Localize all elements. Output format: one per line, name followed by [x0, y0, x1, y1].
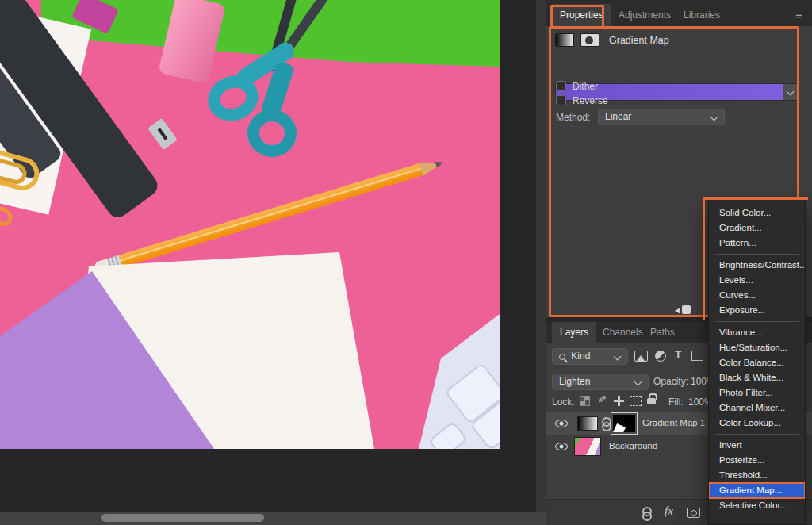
photo-paperclip-small	[0, 204, 16, 230]
canvas-image	[0, 0, 500, 449]
lock-artboard-icon[interactable]	[630, 396, 642, 406]
annotation-menu-left-edge	[703, 197, 705, 320]
menu-item-color-balance[interactable]: Color Balance...	[709, 355, 805, 370]
layer-mask-icon	[580, 33, 599, 47]
tab-paths[interactable]: Paths	[642, 322, 683, 343]
link-layers-icon[interactable]	[642, 507, 649, 519]
visibility-eye-icon[interactable]	[555, 443, 568, 450]
method-value: Linear	[605, 111, 631, 122]
layer-effects-icon[interactable]: fx	[665, 504, 673, 518]
lock-label: Lock:	[552, 397, 575, 408]
clip-to-layer-icon[interactable]	[675, 305, 691, 315]
layer-filter-kind-select[interactable]: Kind	[552, 348, 628, 365]
menu-item-exposure[interactable]: Exposure...	[709, 303, 805, 318]
adjustment-title: Gradient Map	[609, 35, 669, 46]
canvas-vertical-scroll-track[interactable]	[536, 0, 546, 512]
menu-item-posterize[interactable]: Posterize...	[709, 453, 805, 468]
visibility-eye-icon[interactable]	[555, 420, 568, 427]
app-window: Properties Adjustments Libraries ≡ Gradi…	[0, 0, 812, 525]
filter-pixel-layers-icon[interactable]	[634, 351, 648, 362]
tab-layers[interactable]: Layers	[552, 322, 596, 343]
chevron-down-icon	[710, 113, 718, 121]
fill-label: Fill:	[668, 397, 684, 408]
menu-item-levels[interactable]: Levels...	[709, 273, 805, 288]
menu-item-vibrance[interactable]: Vibrance...	[709, 325, 805, 340]
chevron-down-icon	[614, 353, 622, 361]
lock-all-icon[interactable]	[647, 398, 656, 404]
menu-item-curves[interactable]: Curves...	[709, 288, 805, 303]
lock-position-icon[interactable]	[614, 396, 624, 406]
opacity-label: Opacity:	[653, 376, 688, 387]
lock-pixels-icon[interactable]: ✎	[598, 393, 607, 405]
filter-adjustment-layers-icon[interactable]	[655, 351, 666, 362]
kind-value: Kind	[571, 351, 590, 362]
chevron-down-icon	[787, 88, 795, 96]
canvas-horizontal-scroll-thumb[interactable]	[102, 514, 264, 522]
blend-mode-select[interactable]: Lighten	[552, 374, 649, 390]
menu-separator	[715, 434, 799, 435]
menu-item-invert[interactable]: Invert	[709, 438, 805, 453]
menu-item-solid-color[interactable]: Solid Color...	[709, 205, 805, 220]
photo-scissors-ring	[244, 106, 300, 160]
canvas-horizontal-scroll-track[interactable]	[0, 512, 546, 525]
filter-type-layers-icon[interactable]: T	[675, 348, 682, 361]
add-mask-icon[interactable]	[687, 508, 700, 518]
menu-item-hue-saturation[interactable]: Hue/Saturation...	[709, 340, 805, 355]
chevron-down-icon	[634, 378, 642, 386]
annotation-menu-top-edge	[703, 197, 808, 200]
menu-item-selective-color[interactable]: Selective Color...	[709, 498, 805, 513]
menu-item-brightness-contrast[interactable]: Brightness/Contrast...	[709, 258, 805, 273]
menu-item-gradient[interactable]: Gradient...	[709, 220, 805, 236]
photo-pencil	[117, 163, 424, 267]
dither-checkbox[interactable]	[556, 81, 566, 91]
background-layer-thumbnail[interactable]	[574, 437, 601, 456]
mask-link-icon[interactable]	[602, 417, 609, 430]
method-select[interactable]: Linear	[598, 109, 725, 125]
blend-mode-value: Lighten	[559, 376, 590, 387]
menu-item-channel-mixer[interactable]: Channel Mixer...	[709, 400, 805, 416]
lock-transparency-icon[interactable]	[580, 396, 590, 406]
layer-name[interactable]: Gradient Map 1	[642, 418, 705, 427]
properties-tabbar: Properties Adjustments Libraries ≡	[546, 4, 812, 26]
gradient-map-icon	[555, 33, 574, 47]
menu-separator	[715, 254, 799, 255]
new-adjustment-layer-menu: Solid Color... Gradient... Pattern... Br…	[708, 199, 806, 525]
panel-menu-icon[interactable]: ≡	[795, 8, 802, 21]
reverse-label: Reverse	[573, 95, 608, 106]
menu-item-gradient-map[interactable]: Gradient Map...	[709, 483, 805, 498]
layer-mask-thumbnail[interactable]	[611, 412, 638, 435]
photo-stapler-plate	[147, 118, 178, 150]
layer-name[interactable]: Background	[609, 441, 657, 450]
reverse-checkbox[interactable]	[556, 95, 566, 105]
menu-separator	[715, 321, 799, 322]
tab-adjustments[interactable]: Adjustments	[611, 4, 679, 26]
method-label: Method:	[556, 112, 590, 123]
filter-shape-layers-icon[interactable]	[691, 351, 703, 361]
tab-libraries[interactable]: Libraries	[676, 4, 728, 26]
tab-properties[interactable]: Properties	[552, 4, 611, 26]
menu-item-photo-filter[interactable]: Photo Filter...	[709, 385, 805, 400]
gradient-picker-button[interactable]	[783, 83, 799, 101]
search-icon	[559, 354, 565, 360]
menu-item-pattern[interactable]: Pattern...	[709, 236, 805, 251]
dither-label: Dither	[573, 81, 598, 92]
menu-item-threshold[interactable]: Threshold...	[709, 468, 805, 483]
gradient-layer-thumbnail[interactable]	[577, 416, 598, 431]
menu-item-black-white[interactable]: Black & White...	[709, 370, 805, 385]
menu-item-color-lookup[interactable]: Color Lookup...	[709, 416, 805, 431]
